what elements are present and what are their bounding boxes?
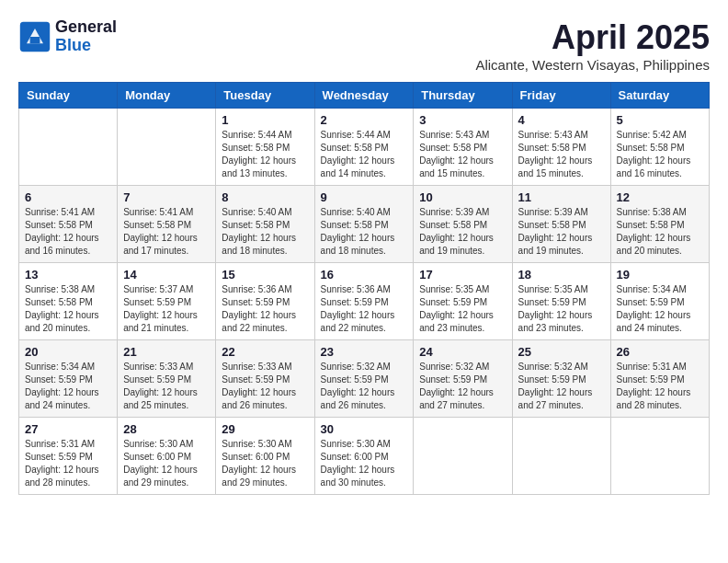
calendar-body: 1Sunrise: 5:44 AM Sunset: 5:58 PM Daylig… [19,109,710,495]
day-number: 29 [222,422,308,436]
day-number: 18 [518,268,605,282]
day-info: Sunrise: 5:38 AM Sunset: 5:58 PM Dayligh… [617,206,703,258]
day-info: Sunrise: 5:33 AM Sunset: 5:59 PM Dayligh… [123,361,210,412]
day-number: 21 [123,345,210,359]
calendar-week-row: 27Sunrise: 5:31 AM Sunset: 5:59 PM Dayli… [19,418,710,495]
logo-icon [18,20,51,53]
logo-text: General Blue [55,18,117,55]
day-info: Sunrise: 5:42 AM Sunset: 5:58 PM Dayligh… [617,129,703,180]
calendar-cell: 23Sunrise: 5:32 AM Sunset: 5:59 PM Dayli… [314,340,414,418]
day-number: 27 [25,422,111,436]
calendar-cell: 13Sunrise: 5:38 AM Sunset: 5:58 PM Dayli… [19,263,118,340]
day-number: 20 [25,345,111,359]
day-number: 25 [518,345,605,359]
calendar-cell: 10Sunrise: 5:39 AM Sunset: 5:58 PM Dayli… [414,186,512,263]
day-info: Sunrise: 5:35 AM Sunset: 5:59 PM Dayligh… [419,283,506,335]
calendar-cell: 3Sunrise: 5:43 AM Sunset: 5:58 PM Daylig… [414,109,512,186]
day-number: 3 [419,113,506,127]
day-number: 4 [518,113,605,127]
day-number: 11 [518,190,605,204]
calendar-cell: 1Sunrise: 5:44 AM Sunset: 5:58 PM Daylig… [216,109,314,186]
day-info: Sunrise: 5:33 AM Sunset: 5:59 PM Dayligh… [222,361,308,412]
weekday-header-cell: Sunday [19,83,118,109]
calendar-cell: 5Sunrise: 5:42 AM Sunset: 5:58 PM Daylig… [610,109,709,186]
day-number: 17 [419,268,506,282]
day-info: Sunrise: 5:30 AM Sunset: 6:00 PM Dayligh… [123,438,210,489]
calendar-cell: 19Sunrise: 5:34 AM Sunset: 5:59 PM Dayli… [610,263,709,340]
day-info: Sunrise: 5:44 AM Sunset: 5:58 PM Dayligh… [222,129,308,180]
calendar-cell: 12Sunrise: 5:38 AM Sunset: 5:58 PM Dayli… [610,186,709,263]
calendar-cell: 9Sunrise: 5:40 AM Sunset: 5:58 PM Daylig… [314,186,414,263]
day-info: Sunrise: 5:39 AM Sunset: 5:58 PM Dayligh… [419,206,506,258]
day-info: Sunrise: 5:41 AM Sunset: 5:58 PM Dayligh… [25,206,111,258]
calendar-cell: 6Sunrise: 5:41 AM Sunset: 5:58 PM Daylig… [19,186,118,263]
day-info: Sunrise: 5:44 AM Sunset: 5:58 PM Dayligh… [321,129,408,180]
calendar-week-row: 13Sunrise: 5:38 AM Sunset: 5:58 PM Dayli… [19,263,710,340]
day-info: Sunrise: 5:37 AM Sunset: 5:59 PM Dayligh… [123,283,210,335]
day-number: 7 [123,190,210,204]
day-number: 6 [25,190,111,204]
calendar-cell: 17Sunrise: 5:35 AM Sunset: 5:59 PM Dayli… [414,263,512,340]
calendar-cell [118,109,216,186]
day-number: 22 [222,345,308,359]
day-info: Sunrise: 5:38 AM Sunset: 5:58 PM Dayligh… [25,283,111,335]
day-info: Sunrise: 5:36 AM Sunset: 5:59 PM Dayligh… [321,283,408,335]
day-number: 24 [419,345,506,359]
calendar-cell: 20Sunrise: 5:34 AM Sunset: 5:59 PM Dayli… [19,340,118,418]
calendar-cell: 22Sunrise: 5:33 AM Sunset: 5:59 PM Dayli… [216,340,314,418]
calendar-cell [19,109,118,186]
weekday-header-cell: Thursday [414,83,512,109]
day-number: 5 [617,113,703,127]
day-info: Sunrise: 5:32 AM Sunset: 5:59 PM Dayligh… [419,361,506,412]
logo: General Blue [18,18,117,55]
day-info: Sunrise: 5:39 AM Sunset: 5:58 PM Dayligh… [518,206,605,258]
day-info: Sunrise: 5:31 AM Sunset: 5:59 PM Dayligh… [617,361,703,412]
day-info: Sunrise: 5:31 AM Sunset: 5:59 PM Dayligh… [25,438,111,489]
day-info: Sunrise: 5:32 AM Sunset: 5:59 PM Dayligh… [321,361,408,412]
day-number: 26 [617,345,703,359]
weekday-header-cell: Wednesday [314,83,414,109]
day-number: 15 [222,268,308,282]
calendar-cell: 14Sunrise: 5:37 AM Sunset: 5:59 PM Dayli… [118,263,216,340]
day-number: 28 [123,422,210,436]
location-title: Alicante, Western Visayas, Philippines [475,57,710,73]
day-info: Sunrise: 5:43 AM Sunset: 5:58 PM Dayligh… [419,129,506,180]
weekday-header-cell: Monday [118,83,216,109]
calendar-cell: 27Sunrise: 5:31 AM Sunset: 5:59 PM Dayli… [19,418,118,495]
calendar-week-row: 1Sunrise: 5:44 AM Sunset: 5:58 PM Daylig… [19,109,710,186]
day-number: 16 [321,268,408,282]
title-area: April 2025 Alicante, Western Visayas, Ph… [475,18,710,73]
day-info: Sunrise: 5:34 AM Sunset: 5:59 PM Dayligh… [25,361,111,412]
svg-rect-2 [30,37,40,43]
day-number: 12 [617,190,703,204]
calendar-cell [414,418,512,495]
weekday-header-row: SundayMondayTuesdayWednesdayThursdayFrid… [19,83,710,109]
calendar-cell: 28Sunrise: 5:30 AM Sunset: 6:00 PM Dayli… [118,418,216,495]
calendar-cell: 4Sunrise: 5:43 AM Sunset: 5:58 PM Daylig… [512,109,610,186]
page-header: General Blue April 2025 Alicante, Wester… [18,18,710,73]
weekday-header-cell: Friday [512,83,610,109]
day-info: Sunrise: 5:30 AM Sunset: 6:00 PM Dayligh… [222,438,308,489]
day-info: Sunrise: 5:36 AM Sunset: 5:59 PM Dayligh… [222,283,308,335]
day-number: 10 [419,190,506,204]
calendar-cell [512,418,610,495]
day-number: 9 [321,190,408,204]
day-number: 8 [222,190,308,204]
day-info: Sunrise: 5:41 AM Sunset: 5:58 PM Dayligh… [123,206,210,258]
calendar-cell: 18Sunrise: 5:35 AM Sunset: 5:59 PM Dayli… [512,263,610,340]
day-info: Sunrise: 5:40 AM Sunset: 5:58 PM Dayligh… [321,206,408,258]
calendar-cell: 11Sunrise: 5:39 AM Sunset: 5:58 PM Dayli… [512,186,610,263]
day-info: Sunrise: 5:34 AM Sunset: 5:59 PM Dayligh… [617,283,703,335]
calendar-week-row: 20Sunrise: 5:34 AM Sunset: 5:59 PM Dayli… [19,340,710,418]
day-info: Sunrise: 5:30 AM Sunset: 6:00 PM Dayligh… [321,438,408,489]
calendar-cell: 24Sunrise: 5:32 AM Sunset: 5:59 PM Dayli… [414,340,512,418]
day-number: 14 [123,268,210,282]
calendar-cell [610,418,709,495]
day-info: Sunrise: 5:35 AM Sunset: 5:59 PM Dayligh… [518,283,605,335]
weekday-header-cell: Tuesday [216,83,314,109]
day-number: 23 [321,345,408,359]
calendar-cell: 16Sunrise: 5:36 AM Sunset: 5:59 PM Dayli… [314,263,414,340]
day-number: 2 [321,113,408,127]
calendar-cell: 2Sunrise: 5:44 AM Sunset: 5:58 PM Daylig… [314,109,414,186]
day-info: Sunrise: 5:32 AM Sunset: 5:59 PM Dayligh… [518,361,605,412]
